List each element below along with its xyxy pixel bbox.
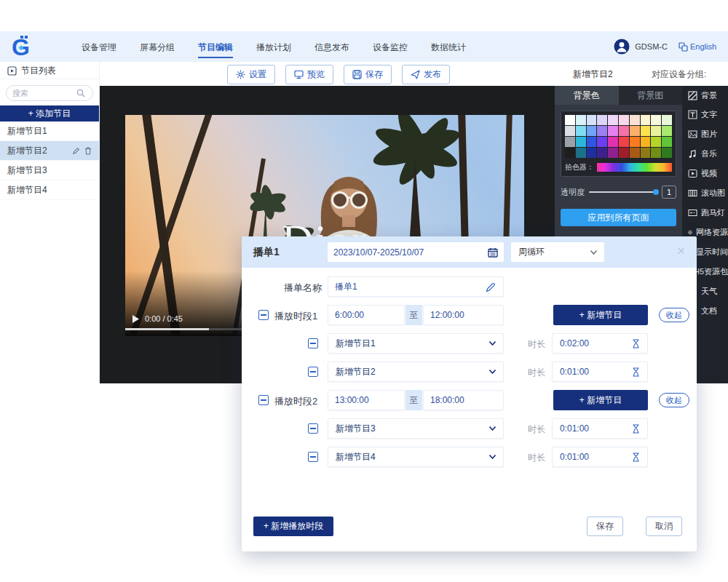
sidebar-item-program-4[interactable]: 新增节目4: [0, 180, 99, 200]
menu-program-editing[interactable]: 节目编辑: [197, 33, 234, 61]
color-swatch[interactable]: [576, 115, 586, 125]
color-swatch[interactable]: [662, 148, 672, 158]
settings-button[interactable]: 设置: [227, 65, 275, 84]
duration-field-2[interactable]: 0:01:00: [552, 362, 648, 382]
color-swatch[interactable]: [565, 126, 575, 136]
program-select-1[interactable]: 新增节目1: [328, 333, 504, 354]
edit-icon[interactable]: [72, 147, 80, 155]
color-swatch[interactable]: [576, 148, 586, 158]
user-name[interactable]: GDSM-C: [635, 42, 668, 51]
color-swatch[interactable]: [597, 126, 607, 136]
menu-info-release[interactable]: 信息发布: [313, 33, 351, 61]
color-swatch[interactable]: [597, 115, 607, 125]
save-button[interactable]: 保存: [344, 65, 392, 84]
tool-text[interactable]: 文字: [682, 105, 728, 124]
segment-2-collapse-button[interactable]: 收起: [659, 393, 689, 407]
color-swatch[interactable]: [662, 115, 672, 125]
opacity-value[interactable]: 1: [662, 186, 676, 199]
sidebar-item-program-1[interactable]: 新增节目1: [0, 121, 99, 141]
color-swatch[interactable]: [565, 115, 575, 125]
tab-background-color[interactable]: 背景色: [555, 86, 619, 105]
color-swatch[interactable]: [597, 137, 607, 147]
edit-name-icon[interactable]: [485, 282, 496, 292]
color-swatch[interactable]: [587, 126, 597, 136]
segment-1-collapse-button[interactable]: 收起: [659, 308, 689, 322]
color-swatch[interactable]: [619, 126, 629, 136]
remove-program-icon[interactable]: [308, 338, 318, 348]
play-icon[interactable]: [132, 315, 139, 323]
date-range-field[interactable]: [328, 242, 504, 262]
add-segment-button[interactable]: + 新增播放时段: [253, 517, 333, 536]
repeat-mode-select[interactable]: 周循环: [511, 242, 604, 262]
tool-music[interactable]: 音乐: [682, 144, 728, 164]
color-swatch[interactable]: [587, 137, 597, 147]
calendar-icon[interactable]: [488, 247, 498, 258]
segment-2-start-field[interactable]: [328, 390, 405, 410]
segment-2-add-program-button[interactable]: + 新增节目: [553, 390, 648, 410]
apply-to-all-pages-button[interactable]: 应用到所有页面: [561, 209, 676, 226]
color-swatch[interactable]: [630, 148, 640, 158]
color-swatch[interactable]: [608, 115, 618, 125]
menu-data-statistics[interactable]: 数据统计: [430, 33, 467, 61]
opacity-slider-handle[interactable]: [653, 189, 659, 195]
duration-field-4[interactable]: 0:01:00: [552, 447, 648, 467]
dialog-cancel-button[interactable]: 取消: [646, 517, 682, 536]
close-icon[interactable]: ×: [677, 244, 685, 258]
color-swatch[interactable]: [641, 148, 651, 158]
color-swatch[interactable]: [662, 137, 672, 147]
color-swatch[interactable]: [619, 115, 629, 125]
color-swatch[interactable]: [630, 126, 640, 136]
menu-play-schedule[interactable]: 播放计划: [255, 33, 293, 61]
menu-device-monitoring[interactable]: 设备监控: [371, 33, 409, 61]
tab-background-image[interactable]: 背景图: [619, 86, 683, 105]
color-swatch[interactable]: [619, 148, 629, 158]
color-swatch[interactable]: [619, 137, 629, 147]
preview-button[interactable]: 预览: [285, 65, 333, 84]
color-swatch[interactable]: [651, 126, 661, 136]
program-select-2[interactable]: 新增节目2: [328, 362, 504, 382]
remove-segment-1-icon[interactable]: [258, 310, 269, 320]
color-swatch[interactable]: [608, 137, 618, 147]
color-swatch[interactable]: [608, 126, 618, 136]
remove-segment-2-icon[interactable]: [258, 395, 269, 405]
segment-1-start-input[interactable]: [335, 310, 397, 320]
color-swatch[interactable]: [587, 148, 597, 158]
menu-device-management[interactable]: 设备管理: [80, 33, 118, 61]
sidebar-item-program-2[interactable]: 新增节目2: [0, 141, 99, 161]
color-swatch[interactable]: [641, 126, 651, 136]
color-swatch[interactable]: [662, 126, 672, 136]
add-program-button[interactable]: + 添加节目: [0, 105, 99, 121]
tool-background[interactable]: 背景: [682, 86, 728, 105]
color-swatch[interactable]: [630, 115, 640, 125]
segment-1-add-program-button[interactable]: + 新增节目: [553, 305, 648, 325]
sidebar-item-program-3[interactable]: 新增节目3: [0, 161, 99, 180]
delete-icon[interactable]: [84, 147, 92, 155]
color-swatch[interactable]: [576, 126, 586, 136]
color-swatch[interactable]: [576, 137, 586, 147]
program-select-4[interactable]: 新增节目4: [328, 447, 504, 467]
tool-marquee[interactable]: 跑马灯: [682, 203, 728, 223]
remove-program-icon[interactable]: [308, 452, 318, 462]
segment-2-end-field[interactable]: [423, 390, 504, 410]
color-swatch[interactable]: [651, 137, 661, 147]
duration-field-1[interactable]: 0:02:00: [552, 333, 648, 354]
color-picker-bar[interactable]: [597, 163, 672, 172]
duration-field-3[interactable]: 0:01:00: [552, 418, 648, 439]
menu-screen-groups[interactable]: 屏幕分组: [138, 33, 176, 61]
playlist-name-input[interactable]: [335, 282, 496, 292]
segment-1-end-field[interactable]: [423, 305, 504, 325]
user-avatar-icon[interactable]: [614, 39, 630, 55]
color-swatch[interactable]: [597, 148, 607, 158]
color-swatch[interactable]: [565, 137, 575, 147]
segment-2-start-input[interactable]: [335, 395, 397, 405]
language-switch[interactable]: English: [678, 42, 716, 52]
color-swatch[interactable]: [608, 148, 618, 158]
date-range-input[interactable]: [333, 247, 488, 258]
color-swatch[interactable]: [587, 115, 597, 125]
segment-1-start-field[interactable]: [328, 305, 405, 325]
remove-program-icon[interactable]: [308, 367, 318, 377]
tool-image[interactable]: 图片: [682, 124, 728, 144]
publish-button[interactable]: 发布: [402, 65, 450, 84]
color-swatch[interactable]: [641, 115, 651, 125]
segment-1-end-input[interactable]: [430, 310, 496, 320]
